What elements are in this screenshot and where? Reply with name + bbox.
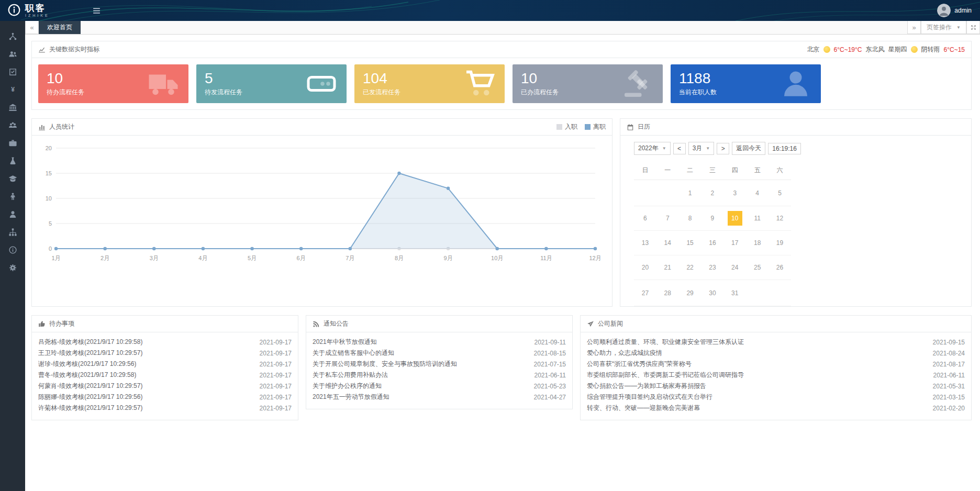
- app-logo[interactable]: 职客 IZHIKE: [0, 3, 79, 18]
- sidebar-item-users[interactable]: [0, 45, 25, 63]
- bar-chart-icon: [38, 124, 46, 131]
- item-text: 许菊林-绩效考核(2021/9/17 10:29:57): [38, 404, 142, 412]
- sidebar-item-org[interactable]: [0, 27, 25, 45]
- calendar-day[interactable]: 7: [656, 206, 679, 231]
- kpi-card-0[interactable]: 10待办流程任务: [38, 64, 188, 103]
- list-item[interactable]: 吕尧栋-绩效考核(2021/9/17 10:29:58)2021-09-17: [38, 337, 292, 348]
- calendar-day[interactable]: 8: [679, 206, 701, 231]
- list-item[interactable]: 爱心捐款公告——为装卸工杨家寿募捐报告2021-05-31: [587, 381, 965, 392]
- list-item[interactable]: 公司喜获“浙江省优秀供应商”荣誉称号2021-08-17: [587, 359, 965, 370]
- sidebar-item-flask[interactable]: [0, 152, 25, 170]
- calendar-day[interactable]: 10: [723, 206, 746, 231]
- list-item[interactable]: 何蒙肖-绩效考核(2021/9/17 10:29:57)2021-09-17: [38, 381, 292, 392]
- calendar-day[interactable]: 19: [769, 231, 791, 255]
- list-item[interactable]: 2021年五一劳动节放假通知2021-04-27: [313, 392, 566, 403]
- fullscreen-toggle-button[interactable]: [966, 21, 980, 34]
- list-item[interactable]: 王卫玲-绩效考核(2021/9/17 10:29:57)2021-09-17: [38, 348, 292, 359]
- list-item[interactable]: 谢珍-绩效考核(2021/9/17 10:29:56)2021-09-17: [38, 359, 292, 370]
- month-select[interactable]: 3月 ▼: [688, 142, 715, 155]
- calendar-day[interactable]: 15: [679, 231, 701, 255]
- calendar-day[interactable]: 18: [746, 231, 769, 255]
- list-item[interactable]: 爱心助力，众志成城抗疫情2021-08-24: [587, 348, 965, 359]
- sidebar-item-team[interactable]: [0, 116, 25, 134]
- kpi-card-3[interactable]: 10已办流程任务: [513, 64, 663, 103]
- list-item[interactable]: 陈丽娜-绩效考核(2021/9/17 10:29:56)2021-09-17: [38, 392, 292, 403]
- calendar-day[interactable]: 3: [723, 180, 746, 206]
- sidebar-item-grad-cap[interactable]: [0, 170, 25, 187]
- tab-operations-button[interactable]: 页签操作 ▼: [921, 21, 966, 34]
- calendar-day[interactable]: 26: [769, 255, 791, 280]
- list-item[interactable]: 公司顺利通过质量、环境、职业健康安全管理三体系认证2021-09-15: [587, 337, 965, 348]
- calendar-day[interactable]: 28: [656, 280, 679, 306]
- list-item[interactable]: 关于成立销售客服中心的通知2021-08-15: [313, 348, 566, 359]
- calendar-day[interactable]: 6: [634, 206, 656, 231]
- kpi-card-4[interactable]: 1188当前在职人数: [671, 64, 821, 103]
- sidebar-toggle-button[interactable]: [92, 6, 101, 15]
- calendar-day[interactable]: 20: [634, 255, 656, 280]
- calendar-day[interactable]: 1: [679, 180, 701, 206]
- list-item[interactable]: 关于开展公司规章制度、安全与事故预防培训的通知2021-07-15: [313, 359, 566, 370]
- calendar-day[interactable]: 25: [746, 255, 769, 280]
- calendar-day[interactable]: 11: [746, 206, 769, 231]
- back-to-today-button[interactable]: 返回今天: [732, 142, 765, 155]
- calendar-day[interactable]: 31: [723, 280, 746, 306]
- sidebar-item-bank[interactable]: [0, 98, 25, 116]
- list-item[interactable]: 许菊林-绩效考核(2021/9/17 10:29:57)2021-09-17: [38, 403, 292, 414]
- sidebar-item-tree[interactable]: [0, 223, 25, 241]
- calendar-day[interactable]: 16: [701, 231, 724, 255]
- calendar-day[interactable]: 2: [701, 180, 724, 206]
- item-text: 陈丽娜-绩效考核(2021/9/17 10:29:56): [38, 393, 142, 401]
- legend-item-离职[interactable]: 离职: [585, 122, 606, 131]
- tabs-scroll-left-button[interactable]: «: [25, 21, 39, 34]
- line-chart-icon: [38, 46, 46, 53]
- calendar-day-number: 31: [728, 286, 742, 300]
- calendar-day[interactable]: 27: [634, 280, 656, 306]
- sidebar-item-child[interactable]: [0, 187, 25, 205]
- chevron-down-icon: ▼: [956, 25, 961, 30]
- chart-series-离职: [54, 172, 597, 250]
- year-select[interactable]: 2022年 ▼: [634, 142, 671, 155]
- list-item[interactable]: 曹冬-绩效考核(2021/9/17 10:29:58)2021-09-17: [38, 370, 292, 381]
- sidebar-item-yen[interactable]: ¥: [0, 81, 25, 98]
- clock-time: 16:19:16: [768, 143, 801, 154]
- todo-panel: 待办事项 吕尧栋-绩效考核(2021/9/17 10:29:58)2021-09…: [31, 315, 298, 420]
- prev-month-button[interactable]: <: [673, 143, 686, 154]
- calendar-day[interactable]: 21: [656, 255, 679, 280]
- calendar-day[interactable]: 22: [679, 255, 701, 280]
- weekday-header: 五: [746, 161, 769, 180]
- list-item[interactable]: 2021年中秋节放假通知2021-09-11: [313, 337, 566, 348]
- calendar-day[interactable]: 12: [769, 206, 791, 231]
- kpi-card-2[interactable]: 104已发流程任务: [354, 64, 505, 103]
- calendar-day[interactable]: 13: [634, 231, 656, 255]
- calendar-week-row: 6789101112: [634, 206, 791, 231]
- list-item[interactable]: 关于私车公用费用补贴办法2021-06-11: [313, 370, 566, 381]
- sidebar-item-check-square[interactable]: [0, 63, 25, 81]
- sidebar-item-cogs[interactable]: [0, 259, 25, 276]
- calendar-day[interactable]: 24: [723, 255, 746, 280]
- calendar-day[interactable]: 14: [656, 231, 679, 255]
- calendar-day[interactable]: 17: [723, 231, 746, 255]
- next-month-button[interactable]: >: [717, 143, 729, 154]
- calendar-day-number: 23: [705, 260, 720, 275]
- kpi-card-1[interactable]: 5待发流程任务: [196, 64, 347, 103]
- list-item[interactable]: 关于维护办公秩序的通知2021-05-23: [313, 381, 566, 392]
- svg-text:6月: 6月: [297, 255, 306, 261]
- person-icon: [780, 68, 811, 99]
- list-item[interactable]: 转变、行动、突破——迎新晚会完美谢幕2021-02-20: [587, 403, 965, 414]
- list-item[interactable]: 综合管理提升项目签约及启动仪式在天台举行2021-03-15: [587, 392, 965, 403]
- calendar-day[interactable]: 9: [701, 206, 724, 231]
- calendar-day[interactable]: 29: [679, 280, 701, 306]
- middle-row: 人员统计 入职离职 051015201月2月3月4月5月6月7月8月9月10月1…: [31, 118, 972, 307]
- calendar-day[interactable]: 4: [746, 180, 769, 206]
- sidebar-item-info[interactable]: [0, 241, 25, 259]
- tab-welcome-home[interactable]: 欢迎首页: [39, 21, 81, 34]
- calendar-day[interactable]: 30: [701, 280, 724, 306]
- calendar-day[interactable]: 23: [701, 255, 724, 280]
- tabs-scroll-right-button[interactable]: »: [907, 21, 921, 34]
- sidebar-item-user[interactable]: [0, 205, 25, 223]
- list-item[interactable]: 市委组织部副部长、市委两新工委书记莅临公司调研指导2021-06-11: [587, 370, 965, 381]
- calendar-day[interactable]: 5: [769, 180, 791, 206]
- sidebar-item-briefcase[interactable]: [0, 134, 25, 152]
- legend-item-入职[interactable]: 入职: [556, 122, 577, 131]
- user-menu[interactable]: admin: [937, 4, 980, 17]
